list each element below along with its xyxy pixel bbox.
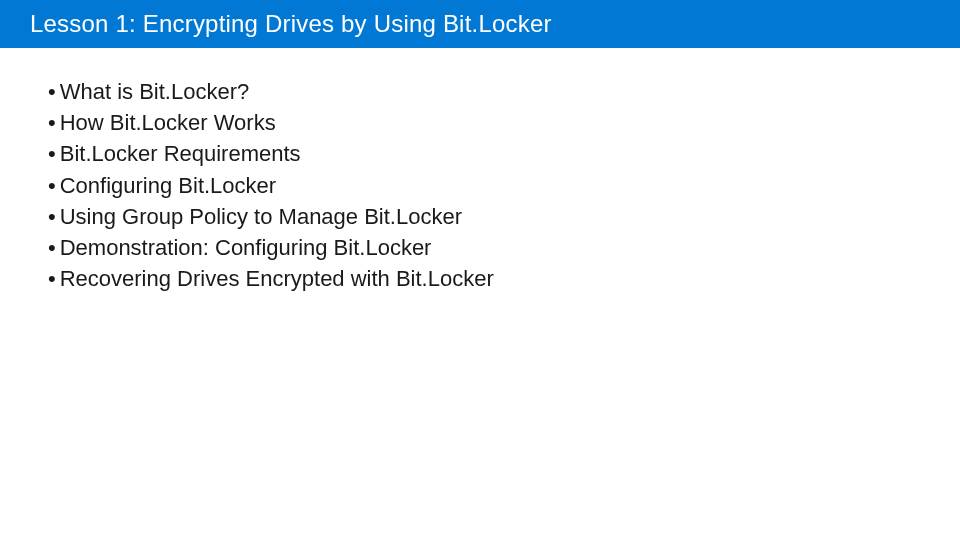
slide-title-bar: Lesson 1: Encrypting Drives by Using Bit… xyxy=(0,0,960,48)
list-item: Recovering Drives Encrypted with Bit.Loc… xyxy=(48,263,960,294)
bullet-list: What is Bit.Locker? How Bit.Locker Works… xyxy=(48,76,960,295)
list-item: Bit.Locker Requirements xyxy=(48,138,960,169)
slide-title: Lesson 1: Encrypting Drives by Using Bit… xyxy=(30,10,960,38)
list-item: How Bit.Locker Works xyxy=(48,107,960,138)
list-item: Configuring Bit.Locker xyxy=(48,170,960,201)
list-item: What is Bit.Locker? xyxy=(48,76,960,107)
list-item: Demonstration: Configuring Bit.Locker xyxy=(48,232,960,263)
list-item: Using Group Policy to Manage Bit.Locker xyxy=(48,201,960,232)
slide-content: What is Bit.Locker? How Bit.Locker Works… xyxy=(0,48,960,295)
